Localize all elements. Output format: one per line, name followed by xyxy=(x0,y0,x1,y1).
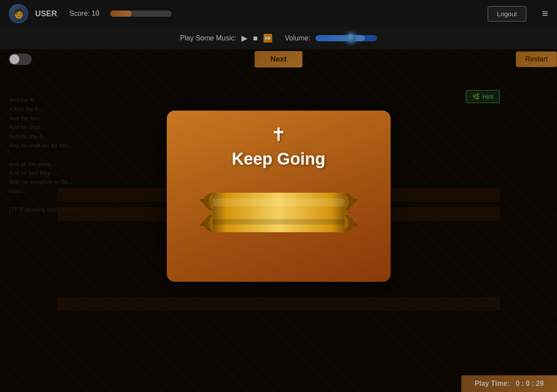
svg-rect-1 xyxy=(213,198,345,206)
modal-overlay: ✝ Keep Going xyxy=(0,0,557,392)
cross-icon: ✝ xyxy=(271,124,286,145)
ribbon-svg xyxy=(187,186,371,239)
svg-rect-2 xyxy=(213,219,345,224)
keep-going-modal: ✝ Keep Going xyxy=(167,111,391,282)
gold-ribbon xyxy=(187,186,371,239)
keep-going-title: Keep Going xyxy=(232,150,325,169)
